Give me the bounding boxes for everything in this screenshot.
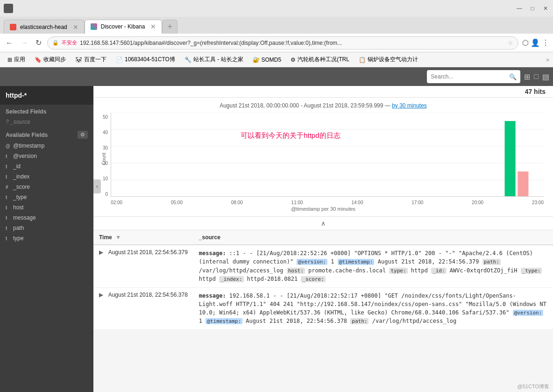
bookmark-webmaster[interactable]: 🔧 站长工具 - 站长之家 xyxy=(181,55,247,64)
path-type-icon: t xyxy=(6,226,10,231)
field-id-val-1: AWVc-0xtqrdOtZOj_fiH xyxy=(450,267,521,274)
sidebar-item-timestamp[interactable]: @ @timestamp xyxy=(0,141,93,151)
x-label-2000: 20:00 xyxy=(472,200,483,205)
timestamp-field-name: @timestamp xyxy=(13,143,45,149)
bookmark-apps[interactable]: ⊞ 应用 xyxy=(4,55,29,64)
chart-svg xyxy=(111,113,544,197)
bookmark-somd5[interactable]: 🔐 SOMD5 xyxy=(249,56,285,64)
elasticsearch-tab-icon xyxy=(10,24,16,30)
forward-button[interactable]: → xyxy=(19,37,30,49)
maximize-button[interactable]: □ xyxy=(529,5,536,12)
sidebar-item-message[interactable]: t message xyxy=(0,213,93,223)
search-input-container[interactable]: 🔍 xyxy=(427,70,520,83)
expand-row-2-button[interactable]: ▶ xyxy=(99,292,103,298)
gear-button[interactable]: ⚙ xyxy=(78,131,88,139)
toolbar-icon-1[interactable]: ⊞ xyxy=(524,72,530,81)
toolbar-icon-2[interactable]: □ xyxy=(534,72,539,81)
search-icon: 🔍 xyxy=(509,73,517,80)
tab-kibana-close[interactable]: ✕ xyxy=(150,23,156,30)
time-value-2: August 21st 2018, 22:54:56.378 xyxy=(108,292,188,298)
sidebar-item-type[interactable]: t _type xyxy=(0,192,93,202)
extensions-icon[interactable]: ⬡ xyxy=(522,38,529,47)
bookmark-star-icon[interactable]: ☆ xyxy=(508,39,513,46)
collapse-chart-button[interactable]: ∧ xyxy=(93,217,553,230)
path-field-name: path xyxy=(13,225,24,231)
app-icon xyxy=(4,4,13,13)
minimize-button[interactable]: — xyxy=(516,5,523,12)
field-id-tag-1: _id: xyxy=(431,268,447,274)
field-message-key-2: message: xyxy=(199,292,226,299)
sidebar-item-version[interactable]: t @version xyxy=(0,151,93,161)
security-icon: 🔒 xyxy=(52,40,59,46)
collapse-chart-icon: ∧ xyxy=(321,220,326,227)
sidebar-item-score[interactable]: # _score xyxy=(0,182,93,192)
interval-link[interactable]: by 30 minutes xyxy=(392,102,427,109)
hits-bar: 47 hits xyxy=(93,86,553,98)
source-header-label: _source xyxy=(199,234,220,241)
bookmark-turbine[interactable]: ⚙ 汽轮机各种工况(TRL xyxy=(287,55,353,64)
host-field-name: host xyxy=(13,204,24,211)
chart-plot: Count xyxy=(111,113,544,205)
field-version-val-2: 1 xyxy=(199,318,206,324)
title-bar: — □ ✕ xyxy=(0,0,553,17)
sidebar-index-pattern[interactable]: httpd-* xyxy=(0,86,93,105)
field-path-tag-2: path: xyxy=(350,318,369,324)
webmaster-icon: 🔧 xyxy=(184,57,191,63)
apps-icon: ⊞ xyxy=(7,57,12,63)
sidebar-item-host[interactable]: t host xyxy=(0,202,93,213)
collapse-sidebar-button[interactable]: ‹ xyxy=(93,179,101,193)
bookmarks-bar: ⊞ 应用 🔖 收藏同步 🐼 百度一下 📄 10683404-51CTO博 🔧 站… xyxy=(0,52,553,67)
profile-icon[interactable]: 👤 xyxy=(531,38,540,47)
time-cell-1: ▶ August 21st 2018, 22:54:56.379 xyxy=(93,245,193,287)
chart-time-range: August 21st 2018, 00:00:00.000 - August … xyxy=(103,102,544,109)
sidebar-item-path[interactable]: t path xyxy=(0,223,93,233)
time-cell-2: ▶ August 21st 2018, 22:54:56.378 xyxy=(93,287,193,329)
more-bookmarks-icon[interactable]: » xyxy=(546,57,549,63)
bookmark-51cto[interactable]: 📄 10683404-51CTO博 xyxy=(112,55,179,64)
time-column-header[interactable]: Time ▼ xyxy=(93,230,193,245)
baidu-icon: 🐼 xyxy=(75,57,82,63)
table-row: ▶ August 21st 2018, 22:54:56.378 message… xyxy=(93,287,553,329)
field-timestamp-val-2: August 21st 2018, 22:54:56.378 xyxy=(246,318,350,324)
toolbar-icon-3[interactable]: ▤ xyxy=(542,72,549,81)
bookmark-baidu[interactable]: 🐼 百度一下 xyxy=(71,55,110,64)
watermark: @51CTO博客 xyxy=(518,383,549,390)
sidebar-source-field[interactable]: ? _source xyxy=(0,117,93,127)
y-axis-label-30: 30 xyxy=(103,145,108,150)
x-label-0200: 02:00 xyxy=(111,200,122,205)
search-input[interactable] xyxy=(431,73,509,80)
type2-type-icon: t xyxy=(6,236,10,241)
bookmark-sync-label: 收藏同步 xyxy=(43,56,66,64)
sidebar-item-type2[interactable]: t type xyxy=(0,233,93,243)
field-version-tag-1: @version: xyxy=(297,259,327,265)
time-sort-icon: ▼ xyxy=(115,234,121,241)
tab-kibana[interactable]: Discover - Kibana ✕ xyxy=(85,20,163,34)
selected-fields-label: Selected Fields xyxy=(0,105,93,117)
sync-icon: 🔖 xyxy=(35,57,42,63)
bookmark-sync[interactable]: 🔖 收藏同步 xyxy=(31,55,70,64)
version-field-name: @version xyxy=(13,153,37,159)
back-button[interactable]: ← xyxy=(4,37,15,49)
kibana-tab-icon xyxy=(91,23,97,30)
time-header-label: Time xyxy=(99,234,112,241)
field-index-tag-1: _index: xyxy=(219,276,243,282)
bookmark-51cto-label: 10683404-51CTO博 xyxy=(125,56,175,64)
main-content: 47 hits August 21st 2018, 00:00:00.000 -… xyxy=(93,86,553,392)
tab-elasticsearch[interactable]: elasticsearch-head ✕ xyxy=(4,20,85,34)
tab-elasticsearch-label: elasticsearch-head xyxy=(20,24,67,30)
table-header-row: Time ▼ _source xyxy=(93,230,553,245)
menu-icon[interactable]: ⋮ xyxy=(542,38,549,47)
sidebar-item-index[interactable]: t _index xyxy=(0,171,93,182)
field-type-tag-1: type: xyxy=(389,268,407,274)
address-url[interactable]: 192.168.58.147:5601/app/kibana#/discover… xyxy=(80,40,505,46)
expand-row-1-button[interactable]: ▶ xyxy=(99,249,103,256)
source-column-header[interactable]: _source xyxy=(193,230,553,245)
close-button[interactable]: ✕ xyxy=(542,5,549,12)
refresh-button[interactable]: ↻ xyxy=(34,36,43,49)
bookmark-boiler[interactable]: 📋 锅炉设备空气动力计 xyxy=(355,55,422,64)
tab-elasticsearch-close[interactable]: ✕ xyxy=(73,23,78,31)
field-host-tag-1: host: xyxy=(287,268,305,274)
sidebar-item-id[interactable]: t _id xyxy=(0,161,93,171)
field-timestamp-val-1: August 21st 2018, 22:54:56.379 xyxy=(378,258,482,265)
tab-new[interactable]: + xyxy=(162,20,177,34)
